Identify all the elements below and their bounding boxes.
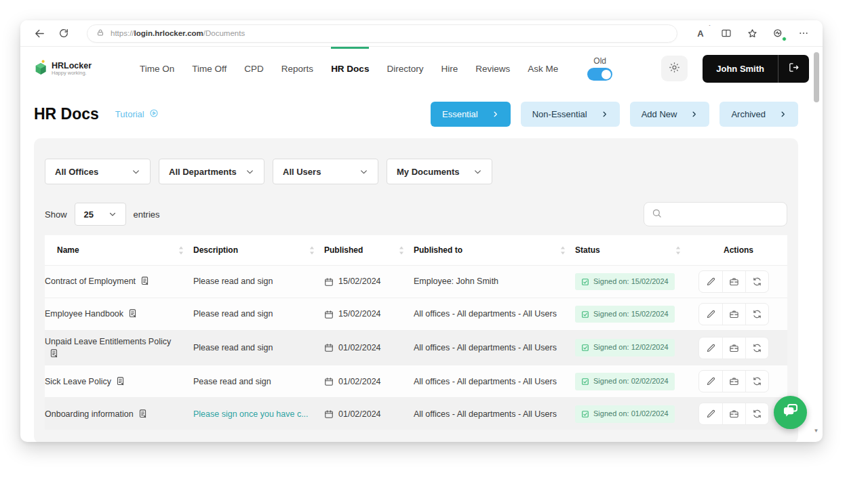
read-aloud-button[interactable]: A`: [694, 26, 707, 40]
chevron-down-icon: [473, 167, 482, 176]
published-to-text: Employee: John Smith: [414, 277, 498, 286]
calendar-icon: [324, 377, 334, 386]
archive-button[interactable]: [722, 338, 745, 359]
nav-item-time-on[interactable]: Time On: [131, 47, 183, 90]
settings-button[interactable]: [661, 56, 688, 81]
nav-item-reviews[interactable]: Reviews: [467, 47, 519, 90]
nav-item-directory[interactable]: Directory: [378, 47, 432, 90]
column-label: Status: [575, 245, 600, 255]
sort-icon[interactable]: [560, 246, 566, 255]
cell-published-to: All offices - All departments - All User…: [414, 371, 575, 392]
status-badge: Signed on: 15/02/2024: [575, 273, 675, 291]
main-nav: Time OnTime OffCPDReportsHR DocsDirector…: [131, 47, 567, 90]
archive-button[interactable]: [722, 371, 745, 392]
hrlocker-logo[interactable]: HRLocker Happy working.: [34, 59, 92, 78]
resend-button[interactable]: [745, 338, 768, 359]
column-header-published-to[interactable]: Published to: [414, 235, 575, 265]
user-button[interactable]: John Smith: [703, 55, 809, 83]
archived-button[interactable]: Archived: [719, 102, 798, 127]
logo-tagline: Happy working.: [52, 70, 92, 76]
resend-button[interactable]: [745, 304, 768, 325]
actions-group: [698, 337, 769, 359]
description-link[interactable]: Please sign once you have c...: [193, 409, 309, 419]
old-version-toggle[interactable]: [587, 68, 612, 81]
cell-description: Pease read and sign: [193, 371, 324, 392]
nav-item-hr-docs[interactable]: HR Docs: [322, 47, 378, 90]
browser-essentials-button[interactable]: [771, 26, 785, 40]
back-button[interactable]: [33, 26, 46, 40]
resend-button[interactable]: [745, 371, 768, 392]
url-bar[interactable]: https://login.hrlocker.com/Documents: [87, 24, 677, 43]
filter-select-all-departments[interactable]: All Departments: [159, 159, 264, 184]
cell-published-to: Employee: John Smith: [414, 270, 575, 292]
edit-button[interactable]: [699, 371, 722, 392]
button-label: Archived: [731, 109, 766, 119]
tutorial-link[interactable]: Tutorial: [115, 108, 159, 120]
table-body: Contract of EmploymentPlease read and si…: [45, 265, 787, 430]
filter-select-all-offices[interactable]: All Offices: [45, 159, 151, 184]
archive-button[interactable]: [722, 403, 745, 424]
sort-icon[interactable]: [675, 246, 681, 255]
cell-published: 15/02/2024: [324, 303, 414, 325]
nav-item-time-off[interactable]: Time Off: [183, 47, 235, 90]
resend-button[interactable]: [745, 271, 768, 292]
status-text: Signed on: 12/02/2024: [593, 342, 669, 353]
sort-icon[interactable]: [178, 246, 184, 255]
non-essential-button[interactable]: Non-Essential: [521, 102, 620, 127]
reload-button[interactable]: [57, 26, 71, 40]
scrollbar: ▼: [812, 51, 820, 434]
edit-button[interactable]: [699, 304, 722, 325]
nav-item-hire[interactable]: Hire: [432, 47, 467, 90]
edit-button[interactable]: [699, 403, 722, 424]
briefcase-icon: [729, 376, 739, 386]
search-icon: [652, 208, 662, 220]
nav-item-cpd[interactable]: CPD: [235, 47, 273, 90]
archive-button[interactable]: [722, 304, 745, 325]
page-size-value: 25: [84, 209, 94, 220]
column-header-name[interactable]: Name: [45, 235, 193, 265]
sort-icon[interactable]: [399, 246, 404, 255]
button-label: Essential: [442, 109, 478, 119]
tutorial-label: Tutorial: [115, 109, 144, 119]
essential-button[interactable]: Essential: [431, 102, 511, 127]
cell-status: Signed on: 02/02/2024: [575, 368, 690, 395]
split-screen-button[interactable]: [719, 26, 733, 40]
search-input[interactable]: [667, 209, 779, 220]
calendar-icon: [324, 409, 334, 419]
add-new-button[interactable]: Add New: [630, 102, 710, 127]
cell-published: 01/02/2024: [324, 371, 414, 392]
filter-select-my-documents[interactable]: My Documents: [387, 159, 492, 184]
resend-button[interactable]: [745, 403, 768, 424]
logout-button[interactable]: [778, 55, 809, 83]
column-header-status[interactable]: Status: [575, 235, 690, 265]
briefcase-icon: [729, 277, 739, 287]
page-size-select[interactable]: 25: [75, 203, 126, 226]
document-sign-icon: [123, 309, 138, 319]
filter-select-all-users[interactable]: All Users: [273, 159, 378, 184]
archive-button[interactable]: [722, 271, 745, 292]
chat-widget-button[interactable]: [774, 396, 807, 429]
pencil-icon: [706, 343, 716, 353]
scrollbar-down-arrow[interactable]: ▼: [812, 428, 820, 434]
cell-description[interactable]: Please sign once you have c...: [193, 403, 324, 425]
document-sign-icon: [134, 409, 148, 419]
nav-item-ask-me[interactable]: Ask Me: [519, 47, 567, 90]
column-header-description[interactable]: Description: [193, 235, 324, 265]
sort-icon[interactable]: [309, 246, 315, 255]
page-head: HR Docs Tutorial EssentialNon-EssentialA…: [20, 90, 823, 138]
sync-icon: [752, 409, 762, 419]
logo-title: HRLocker: [52, 62, 92, 70]
column-label: Published: [324, 245, 363, 255]
published-date: 15/02/2024: [338, 275, 381, 287]
old-toggle-label: Old: [593, 56, 606, 66]
scrollbar-thumb[interactable]: [814, 52, 819, 102]
browser-menu-button[interactable]: [797, 26, 810, 40]
chevron-right-icon: [601, 110, 608, 118]
favorites-button[interactable]: [745, 26, 759, 40]
hrlocker-logo-icon: [34, 59, 48, 78]
user-name: John Smith: [703, 55, 778, 83]
nav-item-reports[interactable]: Reports: [273, 47, 322, 90]
edit-button[interactable]: [699, 271, 722, 292]
column-header-published[interactable]: Published: [324, 235, 414, 265]
edit-button[interactable]: [699, 338, 722, 359]
